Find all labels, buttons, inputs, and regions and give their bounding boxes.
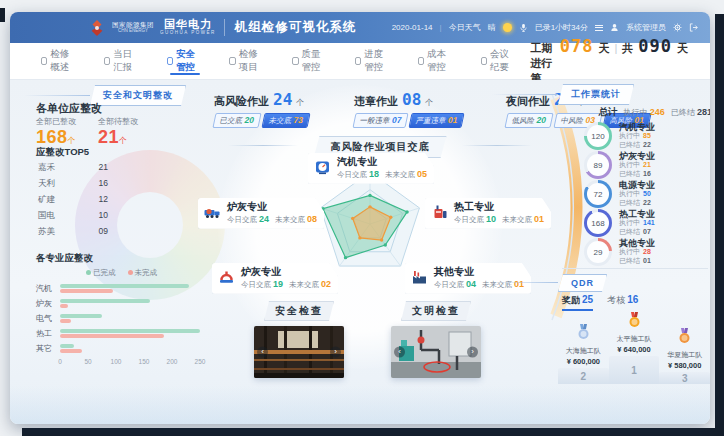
tab-icon <box>292 57 298 65</box>
tab-进度管控[interactable]: 进度管控 <box>342 43 405 79</box>
total-done-stat: 全部已整改 168个 <box>36 116 76 148</box>
legend-done: 已完成 <box>86 268 116 278</box>
weather-label: 今日天气 <box>449 22 481 33</box>
tab-安全管控[interactable]: 安全管控 <box>154 43 217 79</box>
progress-ring: 29 <box>584 238 612 266</box>
legend-undone: 未完成 <box>128 268 158 278</box>
tab-成本管控[interactable]: 成本管控 <box>405 43 468 79</box>
tab-icon <box>418 57 424 65</box>
total-pending-stat: 全部待整改 21个 <box>98 116 138 148</box>
page-title: 机组检修可视化系统 <box>235 19 357 36</box>
screen-edge-mark <box>0 8 5 22</box>
qdr-tab-考核[interactable]: 考核16 <box>607 294 638 311</box>
bar-row-汽机: 汽机 <box>36 281 200 296</box>
period-current-day: 078 <box>560 36 594 56</box>
card-steam-turbine: 汽机专业 今日交底18未来交底05 <box>308 153 434 184</box>
section-badge-safety-rectification: 安全和文明整改 <box>90 85 186 106</box>
qdr-tab-奖励[interactable]: 奖励25 <box>562 294 593 311</box>
card-other: 其他专业 今日交底04未来交底01 <box>405 263 531 294</box>
microphone-icon <box>519 23 528 32</box>
work-ticket-ring-其他专业: 29其他专业执行中28已终结01 <box>584 238 710 266</box>
tab-icon <box>355 57 361 65</box>
badge-严重违章: 严重违章01 <box>409 113 466 128</box>
podium-step: 3 <box>659 372 710 384</box>
top5-row: 天利16 <box>38 178 108 194</box>
total-done-value: 168 <box>36 127 68 147</box>
left-panel: 安全和文明整改 各单位应整改 全部已整改 168个 全部待整改 21个 应整改T… <box>24 80 202 424</box>
work-ticket-ring-汽机专业: 120汽机专业执行中85已终结22 <box>584 122 710 150</box>
gauge-icon <box>313 158 332 177</box>
progress-ring: 89 <box>584 151 612 179</box>
safety-check-gallery: 安全检查 ‹ › <box>254 300 344 378</box>
carousel-next-icon[interactable]: › <box>330 347 341 358</box>
bar-axis: 050100150200250 <box>60 356 200 366</box>
carousel-prev-icon[interactable]: ‹ <box>257 347 268 358</box>
bar-row-电气: 电气 <box>36 311 200 326</box>
record-duration: 已录1小时34分 <box>535 22 588 33</box>
truck-icon <box>203 203 222 222</box>
screen-edge-right <box>715 14 724 436</box>
tab-检修概述[interactable]: 检修概述 <box>28 43 91 79</box>
team-amount: ¥ 600,000 <box>558 357 609 366</box>
current-user[interactable]: 系统管理员 <box>626 22 666 33</box>
podium-rank-3: 华夏施工队¥ 580,0003 <box>659 328 710 384</box>
team-name: 大海施工队 <box>558 346 609 356</box>
tab-质量管控[interactable]: 质量管控 <box>279 43 342 79</box>
brand-block: 国家能源集团 CHN ENERGY 国华电力 GUOHUA POWER 机组检修… <box>10 19 356 37</box>
menu-icon[interactable] <box>595 23 603 32</box>
work-ticket-ring-炉灰专业: 89炉灰专业执行中21已终结16 <box>584 151 710 179</box>
carousel-next-icon[interactable]: › <box>467 347 478 358</box>
top5-row: 国电10 <box>38 210 108 226</box>
factory-icon <box>410 268 429 287</box>
user-icon <box>610 23 619 32</box>
logout-icon[interactable] <box>689 23 698 32</box>
boiler-icon <box>430 203 449 222</box>
podium-step: 1 <box>609 356 660 384</box>
silver-medal-icon <box>558 324 609 345</box>
progress-ring: 120 <box>584 122 612 150</box>
top5-row: 苏美09 <box>38 226 108 242</box>
screen-edge-bottom <box>22 428 724 436</box>
weather-value: 晴 <box>488 22 496 33</box>
dashboard-content: 安全和文明整改 各单位应整改 全部已整改 168个 全部待整改 21个 应整改T… <box>10 80 710 424</box>
tab-icon <box>41 57 47 65</box>
civilized-check-photo[interactable]: ‹ › <box>391 326 481 378</box>
top5-row: 矿建12 <box>38 194 108 210</box>
tab-会议纪要[interactable]: 会议纪要 <box>468 43 531 79</box>
podium-rank-1: 太平施工队¥ 640,0001 <box>609 312 660 384</box>
chn-energy-logo-icon <box>88 19 106 37</box>
team-amount: ¥ 580,000 <box>659 361 710 370</box>
tab-当日汇报[interactable]: 当日汇报 <box>91 43 154 79</box>
badge-未交底: 未交底73 <box>261 113 310 128</box>
work-ticket-totals: 总计 执行中 246 已终结 281 <box>558 106 710 119</box>
tab-bar: 检修概述当日汇报安全管控检修项目质量管控进度管控成本管控会议纪要 工期进行第 0… <box>10 43 710 80</box>
company-name: 国华电力 GUOHUA POWER <box>160 19 225 36</box>
bar-row-其它: 其它 <box>36 341 200 356</box>
gear-icon[interactable] <box>673 23 682 32</box>
top5-list: 嘉禾21天利16矿建12国电10苏美09 <box>38 162 108 242</box>
work-ticket-ring-电源专业: 72电源专业执行中50已终结22 <box>584 180 710 208</box>
period-total-days: 090 <box>638 36 672 56</box>
sun-icon <box>503 23 512 32</box>
team-name: 太平施工队 <box>609 334 660 344</box>
tabs: 检修概述当日汇报安全管控检修项目质量管控进度管控成本管控会议纪要 <box>10 43 530 79</box>
bar-row-热工: 热工 <box>36 326 200 341</box>
progress-ring: 168 <box>584 209 612 237</box>
tab-检修项目[interactable]: 检修项目 <box>216 43 279 79</box>
tab-icon <box>104 57 110 65</box>
majors-bar-chart: 汽机炉灰电气热工其它050100150200250 <box>36 281 200 366</box>
work-ticket-ring-热工专业: 168热工专业执行中141已终结07 <box>584 209 710 237</box>
gold-medal-icon <box>609 312 660 333</box>
majors-chart-legend: 已完成 未完成 <box>86 268 157 278</box>
civilized-check-gallery: 文明检查 ‹ › <box>391 300 481 378</box>
bar-row-炉灰: 炉灰 <box>36 296 200 311</box>
section-badge-qdr: QDR <box>558 274 607 292</box>
total-pending-value: 21 <box>98 127 119 147</box>
top5-row: 嘉禾21 <box>38 162 108 178</box>
carousel-prev-icon[interactable]: ‹ <box>394 347 405 358</box>
qdr-podium: 大海施工队¥ 600,0002太平施工队¥ 640,0001华夏施工队¥ 580… <box>558 312 710 384</box>
card-ash-2: 炉灰专业 今日交底19未来交底02 <box>212 263 338 294</box>
safety-check-photo[interactable]: ‹ › <box>254 326 344 378</box>
center-panel: 高风险作业24个 已交底20未交底73 违章作业08个 一般违章07严重违章01… <box>198 80 562 424</box>
group-name: 国家能源集团 CHN ENERGY <box>112 22 154 34</box>
